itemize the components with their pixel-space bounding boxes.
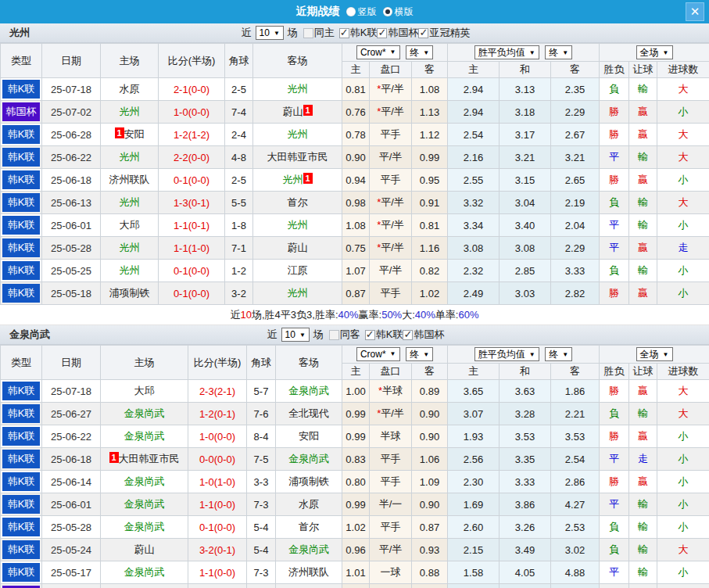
venue-filter-checkbox[interactable]: 同客 [329,328,360,342]
corners: 3-2 [225,282,253,305]
avg-home: 3.65 [448,380,500,403]
result-handicap: 贏 [629,471,657,493]
avg-select[interactable]: 胜平负均值▼ [474,347,539,361]
team-cell: 光州 [288,83,308,95]
odds-home: 0.97 [342,584,370,588]
result-goals: 小 [657,282,709,305]
handicap: *平/半 [370,78,412,101]
fullmatch-select[interactable]: 全场▼ [636,347,673,361]
team-cell: 光州 [120,196,140,208]
avg-draw: 3.04 [500,192,551,214]
team-name: 全北现代 [288,407,329,419]
team-name: 大邱 [134,385,155,396]
avg-draw: 3.21 [500,146,551,169]
league-filter-label: 韩K联 [350,26,378,40]
chevron-down-icon: ▼ [423,351,429,358]
col-header-corners: 角球 [247,346,276,380]
venue-filter-label: 同主 [314,26,335,40]
result-handicap: 輸 [629,192,657,214]
team-title: 金泉尚武 [0,328,50,342]
result-group-header: 全场▼ [600,44,709,62]
handicap: 平/半 [370,146,412,169]
avg-away: 2.21 [551,403,600,425]
avg-away: 2.54 [551,448,600,471]
avg-time-select[interactable]: 终▼ [545,45,572,59]
checkbox-icon[interactable] [377,28,387,38]
radio-vertical-layout[interactable]: 竖版 [346,5,377,19]
league-filter-checkbox[interactable]: 韩K联 [365,328,403,342]
avg-draw: 3.17 [500,124,551,146]
radio-selected-icon[interactable] [383,7,392,16]
handicap: 平手 [370,448,412,471]
team-name: 金泉尚武 [288,385,329,396]
odds-away: 0.89 [412,380,448,403]
match-date: 25-06-27 [42,403,101,425]
radio-horizontal-layout[interactable]: 横版 [383,5,414,19]
checkbox-icon[interactable] [303,28,313,38]
avg-select[interactable]: 胜平负均值▼ [474,45,539,59]
checkbox-icon[interactable] [339,28,349,38]
away-team: 蔚山1 [253,101,342,124]
team-name: 金泉尚武 [124,566,165,578]
recent-count-select[interactable]: 10▼ [256,26,284,40]
handicap: *平/半 [370,237,412,260]
radio-unselected-icon[interactable] [346,7,356,16]
close-button[interactable]: ✕ [686,2,704,21]
avg-away: 2.53 [551,516,600,539]
corners: 7-6 [247,403,276,425]
checkbox-icon[interactable] [365,330,375,340]
match-date: 25-05-14 [42,584,101,588]
result-goals: 小 [657,584,709,588]
odds-time-select[interactable]: 终▼ [406,45,433,59]
result-goals: 小 [657,101,709,124]
league-filter-checkbox[interactable]: 韩国杯 [377,26,418,40]
away-team: 光州 [253,214,342,237]
fullmatch-select[interactable]: 全场▼ [636,45,673,59]
league-filter-checkbox[interactable]: 韩国杯 [403,328,444,342]
results-table-gimcheon: 类型 日期 主场 比分(半场) 角球 客场 Crow*▼ 终▼ 胜平负均值▼ 终… [0,345,709,588]
away-team: 光州 [253,124,342,146]
bookmaker-select[interactable]: Crow*▼ [356,45,400,59]
team-cell: 1安阳 [115,128,145,140]
handicap: 半球 [370,425,412,448]
checkbox-icon[interactable] [403,330,413,340]
avg-home: 2.94 [448,101,500,124]
odds-home: 1.07 [342,260,370,282]
result-handicap: 贏 [629,124,657,146]
team-cell: 水原 [120,83,140,95]
avg-away: 3.53 [551,425,600,448]
result-goals: 小 [657,493,709,516]
match-type: 韩K联 [1,78,42,101]
away-team: 济州联队 [276,561,342,584]
summary-segment: 60% [458,309,478,321]
result-wdl: 勝 [600,380,629,403]
result-handicap: 輸 [629,146,657,169]
bookmaker-select[interactable]: Crow*▼ [356,347,400,361]
checkbox-icon[interactable] [418,28,428,38]
league-filter-checkbox[interactable]: 韩K联 [339,26,378,40]
team-name: 蔚山 [288,242,308,253]
avg-draw: 3.03 [500,282,551,305]
summary-segment: 10 [240,309,251,321]
result-goals: 小 [657,169,709,192]
team-name: 光州 [120,264,140,276]
table-row: 韩K联25-07-18大邱2-3(2-1)5-7金泉尚武1.00*半球0.893… [1,380,709,403]
avg-draw: 3.63 [500,380,551,403]
checkbox-icon[interactable] [329,330,339,340]
away-team: 光州1 [253,169,342,192]
match-type: 韩K联 [1,471,42,493]
avg-time-select[interactable]: 终▼ [545,347,572,361]
venue-filter-checkbox[interactable]: 同主 [303,26,335,40]
odds-away: 0.99 [412,146,448,169]
odds-away: 0.93 [412,539,448,561]
recent-count-select[interactable]: 10▼ [281,328,310,342]
team-cell: 济州联队 [288,566,329,578]
home-team: 浦项制铁 [101,282,159,305]
table-row: 韩K联25-07-18水原2-1(0-0)2-5光州0.81*平/半1.082.… [1,78,709,101]
away-team: 全北现代 [276,403,342,425]
league-filter-checkbox[interactable]: 亚冠精英 [418,26,470,40]
match-type: 韩K联 [1,169,42,192]
match-type: 韩K联 [1,282,42,305]
team-name: 光州 [120,242,140,253]
odds-time-select[interactable]: 终▼ [406,347,433,361]
